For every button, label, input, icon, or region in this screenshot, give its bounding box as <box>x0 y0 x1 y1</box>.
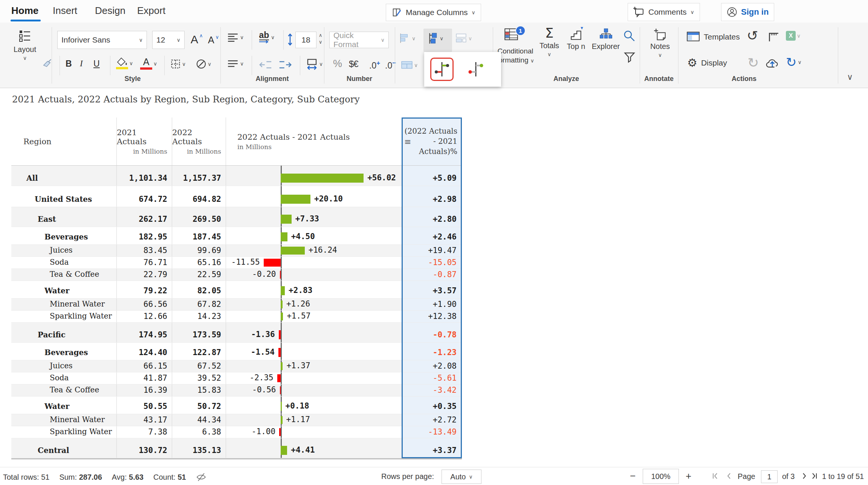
column-header-2022-actuals[interactable]: 2022 Actuals in Millions <box>172 117 226 165</box>
percent-format-button[interactable]: % <box>333 58 342 70</box>
notes-icon <box>653 28 667 41</box>
variance-value: +20.10 <box>314 194 343 203</box>
variance-chart-button[interactable]: ∨ <box>426 32 443 44</box>
table-row[interactable]: Water50.5550.72+0.18+0.35 <box>11 397 462 414</box>
bar-chart-button[interactable]: ∨ <box>399 32 416 44</box>
table-row[interactable]: Central130.72135.13+4.41+3.37 <box>11 438 462 458</box>
table-row[interactable]: Mineral Water43.1744.34+1.17+2.72 <box>11 414 462 426</box>
zoom-out-button[interactable]: − <box>630 470 636 482</box>
layout-button[interactable]: Layout ∨ <box>5 29 44 61</box>
font-size-select[interactable]: 12 ∨ <box>152 31 185 49</box>
underline-button[interactable]: U <box>93 59 100 69</box>
table-row[interactable]: Juices83.4599.69+16.24+19.47 <box>11 245 462 257</box>
ruler-button[interactable] <box>767 31 779 42</box>
manage-columns-button[interactable]: Manage Columns ∨ <box>386 4 481 21</box>
column-width-button[interactable]: ∨ <box>306 58 323 70</box>
table-row[interactable]: Sparkling Water12.6614.23+1.57+12.38 <box>11 311 462 323</box>
merge-table-button[interactable]: ∨ <box>401 60 418 70</box>
borders-button[interactable]: ∨ <box>170 59 186 69</box>
top-n-button[interactable]: ▼ Top n <box>564 29 588 51</box>
templates-button[interactable]: Templates <box>686 31 740 43</box>
rows-per-page-select[interactable]: Auto ∨ <box>442 470 481 484</box>
zoom-in-button[interactable]: + <box>686 470 691 482</box>
tab-home[interactable]: Home <box>11 5 38 17</box>
explorer-button[interactable]: Explorer <box>590 28 622 51</box>
last-page-button[interactable] <box>810 472 818 480</box>
totals-button[interactable]: Σ Totals ∨ <box>537 26 561 57</box>
first-page-button[interactable] <box>711 472 720 480</box>
column-header-variance-pct[interactable]: ≡ (2022 Actuals - 2021 Actuals)% <box>402 117 462 165</box>
variance-bar-chart-option-selected[interactable] <box>430 58 454 81</box>
decrease-decimal-button[interactable]: .0− <box>385 59 396 71</box>
table-row[interactable]: Soda41.8739.52-2.35-5.61 <box>11 372 462 384</box>
table-row[interactable]: Mineral Water66.5667.82+1.26+1.90 <box>11 299 462 311</box>
table-row[interactable]: Juices66.1567.52+1.37+2.08 <box>11 360 462 372</box>
notes-button[interactable]: Notes ∨ <box>646 28 674 58</box>
table-row[interactable]: Soda76.7165.16-11.55-15.05 <box>11 257 462 269</box>
zoom-level-input[interactable]: 100% <box>643 469 679 484</box>
collapse-ribbon-button[interactable]: ∨ <box>847 72 853 82</box>
table-row[interactable]: Tea & Coffee22.7922.59-0.20-0.87 <box>11 269 462 281</box>
table-row[interactable]: Beverages182.95187.45+4.50+2.46 <box>11 227 462 245</box>
table-row[interactable]: Tea & Coffee16.3915.83-0.56-3.42 <box>11 384 462 397</box>
refresh-icon: ↻ <box>786 56 797 69</box>
column-header-variance[interactable]: 2022 Actuals - 2021 Actuals in Millions <box>226 117 402 165</box>
export-excel-button[interactable]: X ∨ <box>786 31 801 41</box>
vertical-align-button[interactable]: ∨ <box>227 59 244 68</box>
text-wrap-button[interactable]: ab ∨ <box>258 31 275 44</box>
increase-decimal-button[interactable]: .0+ <box>369 59 380 71</box>
increase-indent-button[interactable] <box>278 59 292 70</box>
table-row[interactable]: East262.17269.50+7.33+2.80 <box>11 207 462 227</box>
currency-format-button[interactable]: $€ <box>349 59 358 69</box>
row-height-input[interactable]: 18 <box>295 32 316 48</box>
display-button[interactable]: ⚙ Display <box>687 57 727 69</box>
table-row[interactable]: United States674.72694.82+20.10+2.98 <box>11 186 462 207</box>
row-height-stepper[interactable]: ∧ ∨ <box>319 33 322 44</box>
layout-chart-button[interactable]: ∨ <box>455 32 472 44</box>
decrease-font-size-button[interactable]: A∨ <box>208 35 219 46</box>
table-row[interactable]: Pacific174.95173.59-1.36-0.78 <box>11 323 462 343</box>
quick-format-select[interactable]: Quick Format ∨ <box>329 32 389 48</box>
column-menu-icon[interactable]: ≡ <box>404 136 411 146</box>
variance-cell: -2.35 <box>226 372 402 384</box>
lollipop-chart-option[interactable] <box>464 58 487 81</box>
table-row[interactable]: Sparkling Water7.386.38-1.00-13.49 <box>11 426 462 438</box>
previous-page-button[interactable] <box>725 472 733 480</box>
variance-value: +1.57 <box>287 311 310 320</box>
decrease-indent-button[interactable] <box>258 59 273 70</box>
chevron-down-icon: ∨ <box>414 63 418 68</box>
italic-button[interactable]: I <box>80 59 83 69</box>
format-painter-button[interactable] <box>41 59 53 70</box>
undo-button[interactable]: ↺ <box>747 28 758 43</box>
redo-button[interactable]: ↻ <box>747 55 759 70</box>
font-name-select[interactable]: Inforiver Sans ∨ <box>57 31 147 49</box>
horizontal-align-button[interactable]: ∨ <box>227 32 244 42</box>
hide-stats-icon[interactable] <box>196 472 206 482</box>
column-header-region[interactable]: Region <box>11 117 117 165</box>
column-header-2021-actuals[interactable]: 2021 Actuals in Millions <box>117 117 172 165</box>
font-color-button[interactable]: A ∨ <box>140 57 157 70</box>
tab-insert[interactable]: Insert <box>53 5 77 17</box>
table-row[interactable]: Water79.2282.05+2.83+3.57 <box>11 281 462 299</box>
refresh-button[interactable]: ↻ ∨ <box>786 56 802 69</box>
filter-button[interactable] <box>623 51 636 64</box>
sign-in-button[interactable]: Sign in <box>721 3 774 21</box>
comments-button[interactable]: Comments ∨ <box>628 3 700 21</box>
bold-button[interactable]: B <box>66 59 72 69</box>
search-button[interactable] <box>622 29 636 43</box>
table-row[interactable]: All1,101.341,157.37+56.02+5.09 <box>11 166 462 186</box>
variance-cell: +4.50 <box>226 227 402 244</box>
next-page-button[interactable] <box>800 472 808 480</box>
tab-design[interactable]: Design <box>95 5 125 17</box>
chevron-down-icon: ∨ <box>469 474 472 479</box>
publish-button[interactable] <box>765 56 780 69</box>
page-number-input[interactable]: 1 <box>761 470 778 483</box>
table-row[interactable]: Beverages124.40122.87-1.54-1.23 <box>11 343 462 360</box>
variance-value: -1.36 <box>251 330 275 339</box>
caret-down-icon: ∨ <box>319 40 322 44</box>
manage-columns-label: Manage Columns <box>406 8 468 17</box>
tab-export[interactable]: Export <box>137 5 165 17</box>
increase-font-size-button[interactable]: A∧ <box>191 33 203 46</box>
fill-color-button[interactable]: ∨ <box>116 57 133 69</box>
clear-formatting-button[interactable]: ∨ <box>196 59 211 69</box>
